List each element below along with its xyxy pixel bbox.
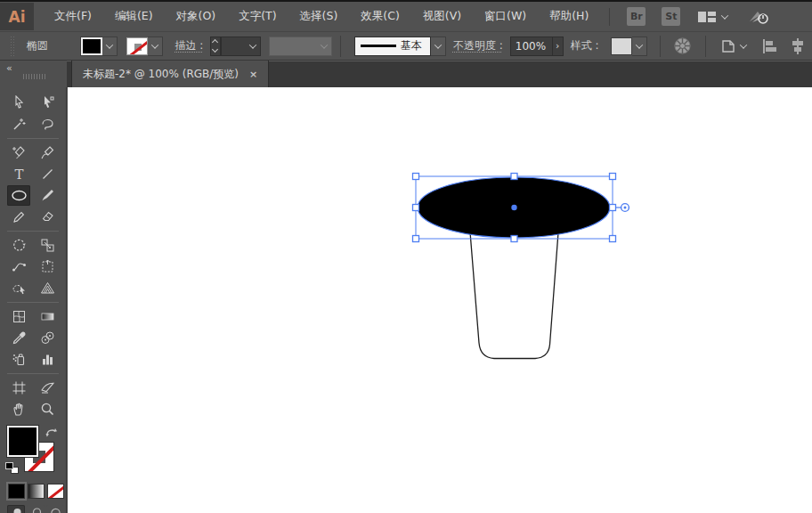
stroke-panel-link[interactable]: 描边 : <box>175 38 203 53</box>
zoom-tool[interactable] <box>36 399 59 419</box>
lasso-tool[interactable] <box>36 114 59 134</box>
default-fill-stroke-icon[interactable] <box>5 462 19 474</box>
align-left-button[interactable] <box>760 37 778 55</box>
handle-top-right[interactable] <box>610 174 616 180</box>
gpu-performance-button[interactable] <box>747 8 768 26</box>
selection-center-point[interactable] <box>511 205 516 210</box>
style-swatch[interactable] <box>611 37 632 55</box>
curvature-tool[interactable] <box>36 142 59 163</box>
paint-style-buttons <box>0 484 66 499</box>
recolor-artwork-icon <box>673 37 692 55</box>
line-segment-tool[interactable] <box>36 164 59 184</box>
recolor-artwork-button[interactable] <box>673 37 692 55</box>
eraser-tool[interactable] <box>36 207 59 227</box>
menu-bar: Ai 文件(F) 编辑(E) 对象(O) 文字(T) 选择(S) 效果(C) 视… <box>0 2 812 31</box>
fill-dropdown-button[interactable] <box>102 37 118 56</box>
draw-behind-button[interactable] <box>27 505 45 513</box>
menu-item-edit[interactable]: 编辑(E) <box>103 3 165 30</box>
handle-top-center[interactable] <box>511 174 517 180</box>
none-button[interactable] <box>47 484 64 499</box>
bridge-button[interactable]: Br <box>627 7 646 26</box>
pencil-tool[interactable] <box>7 207 30 227</box>
blend-tool[interactable] <box>36 328 59 348</box>
gradient-button[interactable] <box>28 484 45 499</box>
controlbar-grip[interactable] <box>11 37 14 56</box>
menu-item-select[interactable]: 选择(S) <box>288 3 350 30</box>
magic-wand-tool[interactable] <box>7 114 30 134</box>
pen-tool[interactable] <box>7 142 30 163</box>
artboard-canvas[interactable] <box>68 87 812 513</box>
gradient-tool[interactable] <box>36 306 59 327</box>
handle-bottom-center[interactable] <box>511 236 517 242</box>
app-logo: Ai <box>0 3 34 30</box>
workspace-switcher-icon <box>697 10 717 24</box>
type-tool[interactable]: T <box>7 164 30 184</box>
fill-indicator[interactable] <box>7 426 38 457</box>
handle-middle-left[interactable] <box>413 205 419 211</box>
menu-item-view[interactable]: 视图(V) <box>411 3 473 30</box>
symbol-sprayer-tool[interactable] <box>7 349 30 370</box>
tools-panel: T <box>0 87 67 513</box>
handle-top-left[interactable] <box>413 174 419 180</box>
opacity-panel-link[interactable]: 不透明度 : <box>453 38 503 53</box>
draw-normal-button[interactable] <box>7 505 25 513</box>
document-setup-button[interactable] <box>719 37 746 55</box>
stroke-dropdown-button[interactable] <box>148 37 163 56</box>
fill-color-control[interactable] <box>81 37 118 56</box>
artboard-tool[interactable] <box>7 378 30 398</box>
collapse-panel-button[interactable]: « <box>6 62 12 74</box>
menu-item-object[interactable]: 对象(O) <box>165 3 228 30</box>
opacity-expand-button[interactable]: › <box>553 37 564 56</box>
selection-tool[interactable] <box>7 93 30 113</box>
workspace-switcher[interactable] <box>697 10 727 24</box>
direct-selection-tool[interactable] <box>36 93 59 113</box>
toolbar-divider <box>7 302 59 303</box>
stroke-color-control[interactable] <box>126 37 163 56</box>
menu-item-type[interactable]: 文字(T) <box>227 3 288 30</box>
slice-tool[interactable] <box>36 378 59 398</box>
panel-grip[interactable] <box>23 74 46 79</box>
handle-bottom-right[interactable] <box>610 236 616 242</box>
stroke-weight-stepper[interactable] <box>210 37 220 56</box>
stock-button[interactable]: St <box>662 7 680 26</box>
stroke-none-swatch[interactable] <box>126 37 148 55</box>
brush-definition-combobox[interactable]: 基本 <box>354 37 446 56</box>
draw-inside-button[interactable] <box>46 505 64 513</box>
align-center-button[interactable] <box>789 37 807 55</box>
rotate-tool[interactable] <box>7 235 30 256</box>
handle-bottom-left[interactable] <box>413 236 419 242</box>
tool-context-label: 椭圆 <box>27 38 48 53</box>
hand-tool[interactable] <box>7 399 30 419</box>
mesh-tool[interactable] <box>7 306 30 327</box>
chevron-down-icon <box>635 41 642 48</box>
paintbrush-tool[interactable] <box>36 185 59 206</box>
column-graph-tool[interactable] <box>36 349 59 370</box>
chevron-down-icon <box>106 41 113 48</box>
style-control[interactable] <box>611 37 647 56</box>
stroke-weight-combobox[interactable] <box>221 37 262 56</box>
menu-item-window[interactable]: 窗口(W) <box>473 3 538 30</box>
free-transform-tool[interactable] <box>36 256 59 277</box>
width-tool[interactable] <box>7 256 30 277</box>
menu-item-effect[interactable]: 效果(C) <box>349 3 410 30</box>
close-tab-icon[interactable]: × <box>249 69 257 80</box>
document-tab-bar: « 未标题-2* @ 100% (RGB/预览) × <box>0 61 812 87</box>
controlbar-divider <box>660 36 661 57</box>
opacity-input[interactable] <box>510 37 553 56</box>
color-button[interactable] <box>8 484 25 499</box>
swap-fill-stroke-icon[interactable] <box>45 427 59 442</box>
document-tab[interactable]: 未标题-2* @ 100% (RGB/预览) × <box>71 61 269 87</box>
document-setup-icon <box>719 37 737 55</box>
brush-dropdown-button[interactable] <box>431 37 446 56</box>
scale-tool[interactable] <box>36 235 59 256</box>
fill-swatch[interactable] <box>81 37 102 55</box>
menu-item-help[interactable]: 帮助(H) <box>538 3 600 30</box>
eyedropper-tool[interactable] <box>7 328 30 348</box>
handle-middle-right[interactable] <box>610 205 616 211</box>
ellipse-tool[interactable] <box>7 185 30 206</box>
menu-item-file[interactable]: 文件(F) <box>43 3 103 30</box>
shape-builder-tool[interactable] <box>7 278 30 298</box>
perspective-grid-tool[interactable] <box>36 278 59 298</box>
chevron-up-icon <box>212 39 218 45</box>
style-dropdown-button[interactable] <box>632 37 647 56</box>
